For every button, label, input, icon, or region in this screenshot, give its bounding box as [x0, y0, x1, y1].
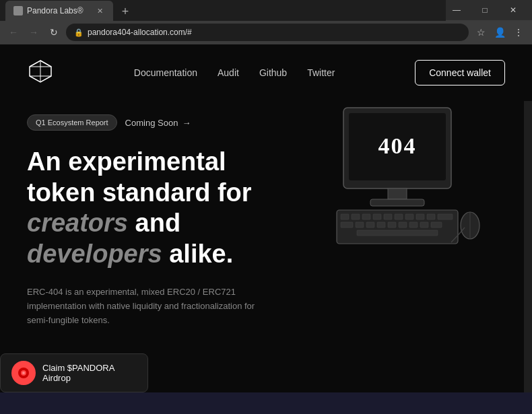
tab-close-button[interactable]: ✕	[94, 5, 105, 16]
nav-audit[interactable]: Audit	[218, 67, 239, 78]
and-text-2: alike.	[162, 240, 234, 268]
svg-point-37	[22, 372, 25, 374]
svg-rect-24	[356, 222, 364, 228]
nav-links: Documentation Audit Github Twitter	[134, 67, 335, 79]
svg-rect-31	[431, 222, 442, 228]
svg-rect-17	[384, 214, 392, 219]
browser-window: Pandora Labs® ✕ + — □ ✕ ← → ↻ 🔒 pandora4…	[0, 0, 532, 44]
title-bar: Pandora Labs® ✕ + — □ ✕	[0, 0, 532, 20]
svg-text:404: 404	[378, 133, 417, 158]
svg-rect-29	[409, 222, 418, 228]
url-bar[interactable]: 🔒 pandora404-allocation.com/#	[66, 24, 469, 41]
svg-rect-27	[388, 222, 396, 228]
minimize-button[interactable]: —	[443, 0, 470, 20]
hero-title-line4: developers alike.	[27, 239, 276, 270]
svg-rect-10	[388, 188, 407, 199]
nav-twitter[interactable]: Twitter	[307, 67, 335, 78]
hero-title-line2: token standard for	[27, 178, 276, 209]
nav-actions: ☆ 👤 ⋮	[473, 24, 527, 40]
hero-title-line3: creators and	[27, 208, 276, 239]
refresh-button[interactable]: ↻	[46, 24, 62, 40]
svg-rect-28	[399, 222, 407, 228]
svg-rect-15	[362, 214, 370, 219]
airdrop-icon	[11, 361, 36, 385]
tab-title: Pandora Labs®	[27, 6, 84, 15]
url-text: pandora404-allocation.com/#	[88, 28, 192, 37]
svg-rect-18	[395, 214, 403, 219]
hero-description: ERC-404 is an experimental, mixed ERC20 …	[27, 285, 256, 327]
website-content: Documentation Audit Github Twitter Conne…	[0, 44, 532, 392]
nav-documentation[interactable]: Documentation	[134, 67, 197, 78]
airdrop-text: Claim $PANDORA Airdrop	[42, 363, 137, 383]
active-tab[interactable]: Pandora Labs® ✕	[5, 1, 113, 21]
svg-rect-14	[352, 214, 360, 219]
forward-button[interactable]: →	[26, 24, 42, 40]
svg-rect-30	[420, 222, 428, 228]
hero-illustration: 404	[290, 101, 505, 256]
airdrop-notification[interactable]: Claim $PANDORA Airdrop	[0, 353, 148, 392]
menu-button[interactable]: ⋮	[510, 24, 527, 40]
coming-soon-text: Coming Soon →	[125, 118, 191, 128]
lock-icon: 🔒	[74, 28, 84, 37]
svg-rect-20	[416, 214, 424, 219]
connect-wallet-button[interactable]: Connect wallet	[415, 60, 505, 85]
close-button[interactable]: ✕	[500, 0, 527, 20]
svg-rect-32	[357, 230, 438, 236]
svg-rect-21	[427, 214, 435, 219]
svg-rect-23	[341, 222, 353, 228]
svg-rect-11	[370, 199, 424, 206]
new-tab-button[interactable]: +	[116, 2, 135, 21]
svg-rect-16	[373, 214, 381, 219]
svg-rect-13	[341, 214, 349, 219]
hero-title: An experimental token standard for creat…	[27, 147, 276, 269]
svg-rect-19	[405, 214, 413, 219]
svg-rect-26	[377, 222, 385, 228]
ecosystem-report-badge[interactable]: Q1 Ecosystem Report	[27, 114, 117, 131]
profile-icon[interactable]: 👤	[492, 24, 508, 40]
hero-title-line1: An experimental	[27, 147, 276, 178]
back-button[interactable]: ←	[5, 24, 22, 40]
window-controls: — □ ✕	[443, 0, 527, 20]
hero-section: Q1 Ecosystem Report Coming Soon → An exp…	[0, 101, 532, 348]
svg-rect-22	[438, 214, 453, 219]
creators-text: creators	[27, 209, 128, 237]
computer-404-svg: 404	[303, 101, 492, 256]
badge-row: Q1 Ecosystem Report Coming Soon →	[27, 114, 276, 131]
maximize-button[interactable]: □	[471, 0, 498, 20]
and-text-1: and	[128, 209, 180, 237]
site-navbar: Documentation Audit Github Twitter Conne…	[0, 44, 532, 101]
svg-rect-25	[366, 222, 374, 228]
site-logo[interactable]	[27, 58, 54, 88]
hero-left-content: Q1 Ecosystem Report Coming Soon → An exp…	[27, 114, 290, 328]
developers-text: developers	[27, 240, 162, 268]
tab-favicon-icon	[13, 6, 23, 15]
bookmark-icon[interactable]: ☆	[473, 24, 489, 40]
address-bar-row: ← → ↻ 🔒 pandora404-allocation.com/# ☆ 👤 …	[0, 20, 532, 44]
nav-github[interactable]: Github	[259, 67, 287, 78]
